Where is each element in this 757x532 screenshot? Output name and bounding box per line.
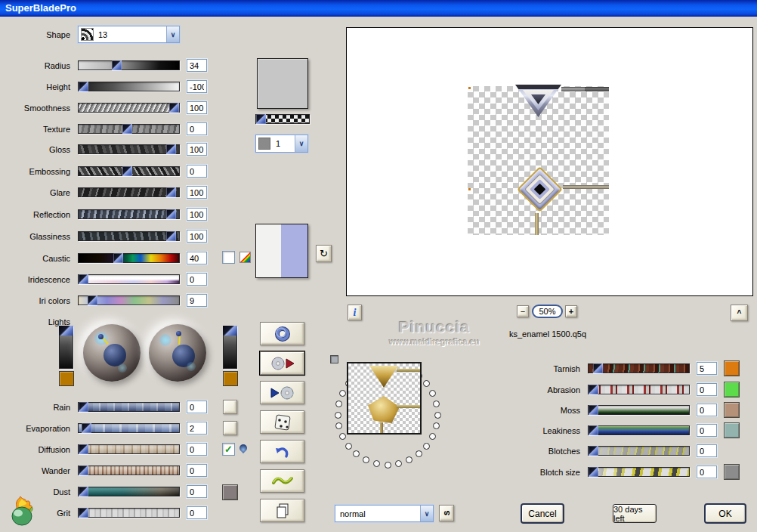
reflection-slider[interactable] [78, 209, 180, 219]
diffusion-checkbox[interactable]: ✓ [222, 443, 235, 456]
preview-canvas[interactable] [346, 27, 753, 296]
preset-dot[interactable] [335, 412, 341, 419]
glassiness-value-input[interactable] [187, 230, 207, 243]
preset-dot[interactable] [373, 460, 380, 467]
light-left-color-swatch[interactable] [59, 371, 74, 386]
glare-thumb[interactable] [166, 187, 176, 197]
embossing-value-input[interactable] [187, 165, 207, 178]
tarnish-value-input[interactable] [697, 362, 717, 375]
glassiness-thumb[interactable] [166, 231, 176, 241]
embossing-slider[interactable] [78, 166, 180, 176]
gloss-value-input[interactable] [187, 143, 207, 156]
load-preset-button[interactable] [260, 351, 304, 375]
light-left-intensity-slider[interactable] [59, 326, 73, 369]
info-button[interactable]: i [348, 305, 362, 320]
environment-preview[interactable] [257, 58, 308, 109]
leakiness-value-input[interactable] [697, 424, 717, 437]
preset-dot[interactable] [433, 422, 440, 429]
texture-swatch-preview[interactable] [255, 224, 308, 278]
radius-value-input[interactable] [187, 59, 207, 72]
caustic-thumb[interactable] [113, 253, 123, 263]
preset-dot[interactable] [429, 433, 436, 440]
preset-dot[interactable] [335, 401, 342, 407]
preset-dot[interactable] [339, 433, 346, 440]
evaporation-option-button[interactable] [223, 421, 237, 435]
diffusion-thumb[interactable] [79, 444, 88, 454]
gloss-thumb[interactable] [166, 144, 176, 154]
preset-dot[interactable] [429, 390, 436, 397]
abrasion-value-input[interactable] [697, 383, 717, 396]
blotches-thumb[interactable] [589, 446, 598, 456]
preset-dot[interactable] [363, 456, 369, 463]
blotches-value-input[interactable] [697, 444, 717, 457]
trial-days-button[interactable]: 30 days left [613, 504, 657, 523]
wander-slider[interactable] [78, 466, 180, 475]
rain-thumb[interactable] [79, 402, 88, 412]
tarnish-color-swatch[interactable] [724, 360, 740, 376]
rain-slider[interactable] [78, 402, 180, 412]
iri-colors-thumb[interactable] [88, 295, 97, 305]
height-slider[interactable] [78, 82, 180, 91]
original-thumbnail[interactable] [347, 362, 422, 435]
environment-dropdown[interactable]: 1 ∨ [255, 135, 308, 153]
light-right-color-swatch[interactable] [223, 371, 238, 386]
abrasion-color-swatch[interactable] [724, 382, 740, 397]
radius-thumb[interactable] [112, 60, 122, 70]
smoothness-value-input[interactable] [187, 101, 207, 114]
evaporation-value-input[interactable] [187, 422, 207, 435]
reflection-thumb[interactable] [166, 209, 176, 219]
rain-option-button[interactable] [223, 400, 237, 414]
glare-slider[interactable] [78, 187, 180, 197]
iri-colors-value-input[interactable] [187, 294, 207, 307]
gloss-slider[interactable] [78, 144, 180, 154]
blotch-size-slider[interactable] [588, 467, 690, 477]
dust-value-input[interactable] [187, 485, 207, 498]
title-bar[interactable]: SuperBladePro [0, 0, 757, 17]
caustic-rainbow-icon[interactable] [239, 252, 251, 263]
iri-colors-slider[interactable] [78, 295, 180, 305]
preset-dot[interactable] [345, 443, 352, 450]
caustic-value-input[interactable] [187, 252, 207, 264]
preset-dot[interactable] [395, 460, 402, 467]
texture-thumb[interactable] [122, 124, 132, 134]
cancel-button[interactable]: Cancel [521, 503, 564, 524]
texture-slider[interactable] [78, 124, 180, 134]
abrasion-thumb[interactable] [589, 385, 598, 394]
light-sphere-left[interactable] [83, 324, 141, 382]
evaporation-thumb[interactable] [82, 423, 91, 433]
caustic-slider[interactable] [78, 253, 180, 263]
height-value-input[interactable] [187, 80, 207, 93]
blotch-size-value-input[interactable] [697, 466, 717, 478]
preset-dot[interactable] [353, 450, 360, 457]
chevron-down-icon[interactable]: ∨ [295, 135, 307, 152]
dust-color-swatch[interactable] [222, 484, 238, 500]
iridescence-value-input[interactable] [187, 273, 207, 286]
light-right-intensity-slider[interactable] [223, 326, 237, 369]
texture-value-input[interactable] [187, 122, 207, 135]
wander-value-input[interactable] [187, 464, 207, 477]
preset-dot[interactable] [423, 443, 430, 450]
torus-button[interactable] [260, 322, 304, 345]
tarnish-thumb[interactable] [593, 363, 603, 373]
wander-thumb[interactable] [79, 466, 88, 475]
ok-button[interactable]: OK [704, 503, 746, 524]
save-preset-button[interactable] [260, 381, 304, 404]
preset-dot[interactable] [433, 401, 440, 407]
smoothness-slider[interactable] [78, 103, 180, 113]
preset-dot[interactable] [385, 462, 391, 469]
shape-dropdown[interactable]: 13 ∨ [78, 26, 180, 43]
moss-color-swatch[interactable] [724, 402, 740, 418]
leakiness-slider[interactable] [588, 425, 690, 435]
collapse-button[interactable]: ^ [731, 305, 748, 321]
copy-button[interactable] [260, 499, 304, 522]
leakiness-thumb[interactable] [589, 425, 598, 435]
light-right-intensity-thumb[interactable] [223, 326, 237, 336]
leakiness-color-swatch[interactable] [724, 422, 740, 438]
preset-dot[interactable] [335, 422, 342, 429]
abrasion-slider[interactable] [588, 385, 690, 394]
diffusion-slider[interactable] [78, 444, 180, 454]
chevron-down-icon[interactable]: ∨ [166, 26, 179, 42]
preset-dot[interactable] [339, 390, 346, 397]
rotate-texture-button[interactable]: ↻ [316, 245, 332, 262]
height-thumb[interactable] [79, 82, 88, 91]
